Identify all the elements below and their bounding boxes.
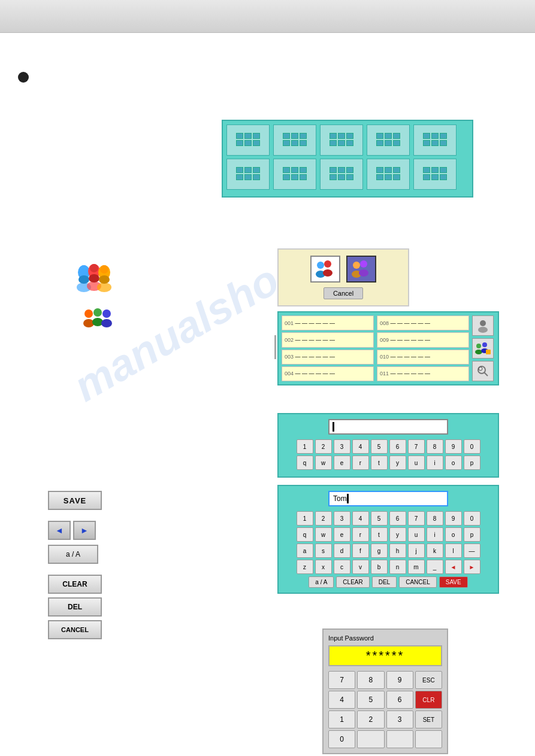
kb2-key-u[interactable]: u [408, 527, 425, 542]
clear-button[interactable]: CLEAR [48, 575, 102, 594]
kb2-key-i[interactable]: i [427, 527, 443, 542]
numpad-8[interactable]: 8 [357, 671, 384, 689]
key-o[interactable]: o [445, 456, 462, 470]
copier-thumb-9[interactable] [367, 159, 410, 190]
del-button[interactable]: DEL [48, 597, 102, 617]
key-u[interactable]: u [408, 456, 425, 470]
key-1[interactable]: 1 [297, 439, 313, 454]
kb2-key-y[interactable]: y [389, 527, 406, 542]
key-9[interactable]: 9 [445, 439, 462, 454]
kb2-key-e[interactable]: e [334, 527, 350, 542]
kb-clear-button[interactable]: CLEAR [336, 576, 369, 588]
copier-thumb-2[interactable] [273, 125, 316, 156]
group-icon-large[interactable] [72, 260, 117, 299]
kb2-key-n[interactable]: n [389, 560, 406, 574]
key-p[interactable]: p [464, 456, 480, 470]
kb2-key-a[interactable]: a [297, 544, 313, 558]
kb-save-button[interactable]: SAVE [439, 576, 468, 588]
copier-thumb-4[interactable] [367, 125, 410, 156]
kb2-key-4[interactable]: 4 [352, 511, 369, 526]
kb2-key-x[interactable]: x [315, 560, 332, 574]
kb2-key-1[interactable]: 1 [297, 511, 313, 526]
kb2-key-3[interactable]: 3 [334, 511, 350, 526]
key-r[interactable]: r [352, 456, 369, 470]
numpad-6[interactable]: 6 [386, 691, 413, 709]
key-i[interactable]: i [427, 456, 443, 470]
key-3[interactable]: 3 [334, 439, 350, 454]
key-2[interactable]: 2 [315, 439, 332, 454]
kb2-key-c[interactable]: c [334, 560, 350, 574]
cancel-button[interactable]: CANCEL [48, 620, 102, 639]
kb2-key-left-arrow[interactable]: ◄ [445, 560, 462, 574]
kb2-key-right-arrow[interactable]: ► [464, 560, 480, 574]
numpad-3[interactable]: 3 [386, 711, 413, 728]
numpad-9[interactable]: 9 [386, 671, 413, 689]
kb2-key-q[interactable]: q [297, 527, 313, 542]
key-7[interactable]: 7 [408, 439, 425, 454]
numpad-5[interactable]: 5 [357, 691, 384, 709]
kb-toggle-case-button[interactable]: a / A [309, 576, 334, 588]
key-q[interactable]: q [297, 456, 313, 470]
copier-thumb-5[interactable] [413, 125, 457, 156]
kb2-key-s[interactable]: s [315, 544, 332, 558]
address-entry-001[interactable]: 001 — — — — — — [282, 315, 374, 330]
copier-thumb-8[interactable] [320, 159, 363, 190]
kb2-key-p[interactable]: p [464, 527, 480, 542]
numpad-0[interactable]: 0 [328, 730, 355, 748]
key-w[interactable]: w [315, 456, 332, 470]
address-entry-010[interactable]: 010 — — — — — — [377, 350, 469, 365]
group-option-2[interactable] [346, 256, 376, 283]
address-entry-002[interactable]: 002 — — — — — — [282, 332, 374, 347]
kb2-key-d[interactable]: d [334, 544, 350, 558]
numpad-clr[interactable]: CLR [415, 691, 442, 709]
kb2-key-m[interactable]: m [408, 560, 425, 574]
address-person-button[interactable] [472, 315, 494, 336]
copier-thumb-3[interactable] [320, 125, 363, 156]
numpad-2[interactable]: 2 [357, 711, 384, 728]
kb2-key-6[interactable]: 6 [389, 511, 406, 526]
copier-thumb-7[interactable] [273, 159, 316, 190]
kb2-key-t[interactable]: t [371, 527, 388, 542]
kb2-key-j[interactable]: j [408, 544, 425, 558]
keyboard-input-1[interactable] [328, 419, 448, 435]
numpad-7[interactable]: 7 [328, 671, 355, 689]
toggle-case-button[interactable]: a / A [48, 545, 98, 564]
group-option-1[interactable] [310, 256, 340, 283]
address-entry-009[interactable]: 009 — — — — — — [377, 332, 469, 347]
right-arrow-button[interactable]: ► [73, 521, 96, 540]
address-group-online-button[interactable] [472, 338, 494, 359]
kb2-key-h[interactable]: h [389, 544, 406, 558]
kb2-key-r[interactable]: r [352, 527, 369, 542]
kb2-key-underscore[interactable]: _ [427, 560, 443, 574]
copier-thumb-6[interactable] [226, 159, 270, 190]
copier-thumb-1[interactable] [226, 125, 270, 156]
kb2-key-l[interactable]: l [445, 544, 462, 558]
kb2-key-8[interactable]: 8 [427, 511, 443, 526]
kb2-key-dash[interactable]: — [464, 544, 480, 558]
kb2-key-2[interactable]: 2 [315, 511, 332, 526]
kb-del-button[interactable]: DEL [372, 576, 397, 588]
kb2-key-f[interactable]: f [352, 544, 369, 558]
key-y[interactable]: y [389, 456, 406, 470]
key-4[interactable]: 4 [352, 439, 369, 454]
key-t[interactable]: t [371, 456, 388, 470]
numpad-1[interactable]: 1 [328, 711, 355, 728]
kb2-key-7[interactable]: 7 [408, 511, 425, 526]
address-entry-011[interactable]: 011 — — — — — — [377, 366, 469, 381]
save-button[interactable]: SAVE [48, 491, 102, 510]
kb2-key-0[interactable]: 0 [464, 511, 480, 526]
copier-thumb-10[interactable] [413, 159, 457, 190]
kb2-key-o[interactable]: o [445, 527, 462, 542]
kb2-key-z[interactable]: z [297, 560, 313, 574]
kb2-key-5[interactable]: 5 [371, 511, 388, 526]
key-e[interactable]: e [334, 456, 350, 470]
numpad-4[interactable]: 4 [328, 691, 355, 709]
numpad-set[interactable]: SET [415, 711, 442, 728]
numpad-esc[interactable]: ESC [415, 671, 442, 689]
kb2-key-b[interactable]: b [371, 560, 388, 574]
group-icon-small[interactable] [78, 305, 117, 338]
kb2-key-9[interactable]: 9 [445, 511, 462, 526]
kb2-key-w[interactable]: w [315, 527, 332, 542]
kb2-key-g[interactable]: g [371, 544, 388, 558]
address-entry-003[interactable]: 003 — — — — — — [282, 350, 374, 365]
